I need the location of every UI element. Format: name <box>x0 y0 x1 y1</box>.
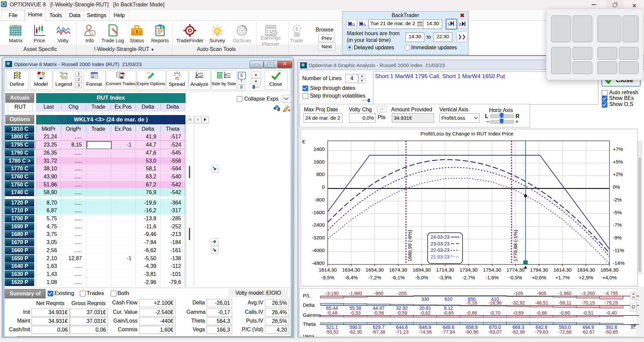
svg-text:-11%: -11% <box>613 247 624 253</box>
svg-text:-9,5%: -9,5% <box>321 275 334 280</box>
svg-text:-9%: -9% <box>613 235 622 240</box>
svg-text:330: 330 <box>421 296 429 302</box>
svg-text:-14%: -14% <box>613 260 625 266</box>
svg-text:-0,66: -0,66 <box>536 310 547 316</box>
svg-text:-59,11: -59,11 <box>558 300 572 305</box>
svg-text:-1,6%: -1,6% <box>485 275 498 280</box>
svg-text:1694,30: 1694,30 <box>413 267 431 273</box>
svg-text:1774,30: 1774,30 <box>506 267 525 273</box>
svg-text:-1600: -1600 <box>312 210 325 215</box>
svg-text:w: w <box>296 34 298 37</box>
svg-text:1814,30: 1814,30 <box>553 267 572 273</box>
svg-text:-83,07: -83,07 <box>488 329 502 335</box>
svg-text:-105: -105 <box>514 291 523 296</box>
svg-text:Delta: Delta <box>303 302 315 308</box>
svg-text:21-03-23 *: 21-03-23 * <box>431 254 453 260</box>
svg-text:-79,63: -79,63 <box>535 329 548 335</box>
svg-text:-0,51: -0,51 <box>583 310 593 316</box>
svg-text:-2,7%: -2,7% <box>462 275 475 280</box>
svg-text:+1,7%: +1,7% <box>555 275 570 280</box>
svg-text:-80,96: -80,96 <box>465 329 479 335</box>
svg-text:+2%: +2% <box>613 171 623 177</box>
svg-text:-0,62: -0,62 <box>420 310 431 316</box>
svg-text:23-03-23: 23-03-23 <box>431 241 449 246</box>
svg-text:-3,9%: -3,9% <box>438 275 451 280</box>
svg-text:-980: -980 <box>374 291 383 296</box>
svg-text:w: w <box>92 76 94 78</box>
svg-text:-62,67: -62,67 <box>582 329 595 335</box>
svg-text:1674,30: 1674,30 <box>389 267 407 273</box>
svg-text:-0,5%: -0,5% <box>509 275 522 280</box>
svg-text:-7,2%: -7,2% <box>368 275 381 280</box>
svg-text:$: $ <box>161 26 163 30</box>
svg-text:-4000: -4000 <box>312 247 325 253</box>
svg-text:-2400: -2400 <box>312 222 325 228</box>
svg-text:-0,53: -0,53 <box>350 310 361 316</box>
svg-text:-62,30: -62,30 <box>349 329 362 335</box>
svg-text:-32,92: -32,92 <box>512 300 525 305</box>
svg-text:-46,51: -46,51 <box>535 300 548 305</box>
svg-text:-82,98: -82,98 <box>512 329 525 335</box>
svg-text:1714,30: 1714,30 <box>436 267 454 273</box>
svg-text:1834,30: 1834,30 <box>577 267 595 273</box>
svg-text:-79,25: -79,25 <box>605 300 618 305</box>
svg-text:22-03-23: 22-03-23 <box>431 247 449 253</box>
svg-text:-18,96: -18,96 <box>488 300 502 305</box>
svg-text:$: $ <box>296 26 298 32</box>
svg-text:1600: 1600 <box>314 159 325 165</box>
svg-text:-50,85: -50,85 <box>605 329 618 335</box>
svg-text:-5,0%: -5,0% <box>415 275 428 280</box>
svg-text:-77,84: -77,84 <box>442 329 455 335</box>
svg-text:-2%: -2% <box>613 197 622 203</box>
svg-text:-71,23: -71,23 <box>395 329 409 335</box>
svg-text:-1.960: -1.960 <box>558 291 572 296</box>
svg-text:800: 800 <box>316 171 325 177</box>
svg-text:-4.755: -4.755 <box>605 291 618 296</box>
svg-text:-8,4%: -8,4% <box>344 275 358 280</box>
svg-text:+2,9%: +2,9% <box>579 275 593 280</box>
svg-text:Profit/Loss by Change in RUT I: Profit/Loss by Change in RUT Index Price <box>420 131 513 136</box>
svg-text:-0,56: -0,56 <box>373 310 384 316</box>
svg-text:-70,15: -70,15 <box>582 300 595 305</box>
svg-text:$: $ <box>136 29 138 34</box>
svg-text:Vega: Vega <box>303 333 315 337</box>
svg-text:Theta: Theta <box>303 321 316 327</box>
svg-text:-72,68: -72,68 <box>558 329 572 335</box>
svg-text:1634,30: 1634,30 <box>342 267 360 273</box>
svg-text:1770,88 (-1%): 1770,88 (-1%) <box>513 230 518 262</box>
svg-text:24-03-23: 24-03-23 <box>431 234 449 240</box>
svg-text:1614,30: 1614,30 <box>319 267 337 273</box>
svg-text:-74,56: -74,56 <box>419 329 432 335</box>
svg-text:0%: 0% <box>613 184 620 190</box>
svg-text:D: D <box>459 22 461 26</box>
svg-text:+7%: +7% <box>613 146 623 152</box>
svg-text:+5%: +5% <box>613 159 623 165</box>
svg-text:-0,40: -0,40 <box>606 310 617 316</box>
svg-text:-4800: -4800 <box>312 260 325 266</box>
svg-text:0: 0 <box>322 184 325 190</box>
svg-text:+0,6%: +0,6% <box>532 275 546 280</box>
svg-text:€: € <box>302 139 305 145</box>
svg-text:2400: 2400 <box>314 146 325 152</box>
svg-text:Gamma: Gamma <box>303 312 321 318</box>
svg-text:-3200: -3200 <box>312 235 325 240</box>
svg-text:-0,48: -0,48 <box>327 310 337 316</box>
svg-text:1654,30: 1654,30 <box>366 267 384 273</box>
svg-text:-905: -905 <box>537 291 546 296</box>
svg-text:-1.980: -1.980 <box>349 291 362 296</box>
svg-text:-67,38: -67,38 <box>372 329 385 335</box>
svg-text:-6,1%: -6,1% <box>391 275 405 280</box>
svg-text:-5,18: -5,18 <box>466 300 477 305</box>
svg-text:-0,69: -0,69 <box>513 310 524 316</box>
svg-text:-800: -800 <box>315 197 325 203</box>
svg-text:-0,59: -0,59 <box>396 310 407 316</box>
svg-text:P/L: P/L <box>303 293 311 298</box>
svg-text:-0,65: -0,65 <box>443 310 454 316</box>
svg-text:-5%: -5% <box>613 210 622 215</box>
svg-text:1754,30: 1754,30 <box>483 267 501 273</box>
svg-text:-205: -205 <box>397 291 407 296</box>
svg-text:1680,99 (-6%): 1680,99 (-6%) <box>407 230 413 262</box>
svg-text:S: S <box>363 23 366 27</box>
svg-text:+4,0%: +4,0% <box>602 275 617 280</box>
svg-text:1854,30: 1854,30 <box>600 267 619 273</box>
